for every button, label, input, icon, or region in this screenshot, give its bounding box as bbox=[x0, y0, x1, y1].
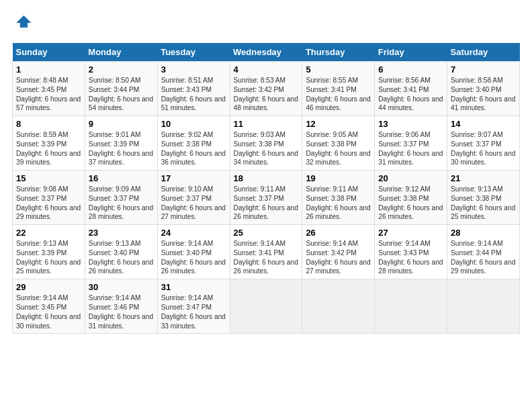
logo bbox=[12, 12, 35, 34]
calendar-cell bbox=[230, 279, 302, 334]
calendar-cell: 19 Sunrise: 9:11 AMSunset: 3:38 PMDaylig… bbox=[302, 171, 375, 225]
day-number: 17 bbox=[161, 173, 226, 183]
calendar-cell: 18 Sunrise: 9:11 AMSunset: 3:37 PMDaylig… bbox=[230, 171, 302, 225]
day-number: 21 bbox=[451, 173, 516, 183]
calendar-cell: 9 Sunrise: 9:01 AMSunset: 3:39 PMDayligh… bbox=[85, 116, 157, 171]
day-info: Sunrise: 8:58 AMSunset: 3:40 PMDaylight:… bbox=[451, 77, 515, 111]
day-info: Sunrise: 9:02 AMSunset: 3:38 PMDaylight:… bbox=[161, 131, 226, 166]
calendar-cell: 31 Sunrise: 9:14 AMSunset: 3:47 PMDaylig… bbox=[157, 279, 230, 334]
day-number: 6 bbox=[378, 64, 443, 75]
day-info: Sunrise: 9:14 AMSunset: 3:46 PMDaylight:… bbox=[89, 294, 153, 329]
day-info: Sunrise: 9:14 AMSunset: 3:40 PMDaylight:… bbox=[161, 240, 226, 275]
day-number: 8 bbox=[16, 119, 81, 129]
calendar-cell: 24 Sunrise: 9:14 AMSunset: 3:40 PMDaylig… bbox=[157, 225, 230, 279]
calendar-cell: 1 Sunrise: 8:48 AMSunset: 3:45 PMDayligh… bbox=[13, 62, 85, 116]
day-info: Sunrise: 9:11 AMSunset: 3:37 PMDaylight:… bbox=[234, 185, 298, 220]
day-info: Sunrise: 9:05 AMSunset: 3:38 PMDaylight:… bbox=[306, 131, 370, 166]
calendar-cell: 27 Sunrise: 9:14 AMSunset: 3:43 PMDaylig… bbox=[375, 225, 447, 279]
day-number: 13 bbox=[378, 119, 443, 129]
day-number: 24 bbox=[161, 228, 226, 238]
day-number: 31 bbox=[161, 282, 226, 292]
header bbox=[12, 12, 520, 34]
day-number: 11 bbox=[234, 119, 299, 129]
calendar-cell: 3 Sunrise: 8:51 AMSunset: 3:43 PMDayligh… bbox=[157, 62, 230, 116]
week-row-1: 1 Sunrise: 8:48 AMSunset: 3:45 PMDayligh… bbox=[13, 62, 520, 116]
day-info: Sunrise: 9:14 AMSunset: 3:42 PMDaylight:… bbox=[306, 240, 370, 275]
day-number: 15 bbox=[16, 173, 81, 183]
day-info: Sunrise: 9:03 AMSunset: 3:38 PMDaylight:… bbox=[234, 131, 298, 166]
day-number: 25 bbox=[234, 228, 299, 238]
header-day-tuesday: Tuesday bbox=[157, 43, 230, 62]
day-info: Sunrise: 8:53 AMSunset: 3:42 PMDaylight:… bbox=[234, 77, 298, 111]
day-number: 23 bbox=[89, 228, 154, 238]
day-info: Sunrise: 9:01 AMSunset: 3:39 PMDaylight:… bbox=[89, 131, 153, 166]
day-info: Sunrise: 9:06 AMSunset: 3:37 PMDaylight:… bbox=[378, 131, 443, 166]
calendar-cell: 10 Sunrise: 9:02 AMSunset: 3:38 PMDaylig… bbox=[157, 116, 230, 171]
day-info: Sunrise: 9:14 AMSunset: 3:41 PMDaylight:… bbox=[234, 240, 298, 275]
day-info: Sunrise: 9:13 AMSunset: 3:38 PMDaylight:… bbox=[451, 185, 515, 220]
calendar-cell: 30 Sunrise: 9:14 AMSunset: 3:46 PMDaylig… bbox=[85, 279, 157, 334]
calendar-cell bbox=[447, 279, 520, 334]
day-number: 20 bbox=[378, 173, 443, 183]
day-number: 16 bbox=[89, 173, 154, 183]
svg-marker-0 bbox=[16, 15, 31, 28]
calendar-cell: 25 Sunrise: 9:14 AMSunset: 3:41 PMDaylig… bbox=[230, 225, 302, 279]
calendar-cell bbox=[375, 279, 447, 334]
day-number: 10 bbox=[161, 119, 226, 129]
day-info: Sunrise: 9:14 AMSunset: 3:47 PMDaylight:… bbox=[161, 294, 226, 329]
day-number: 22 bbox=[16, 228, 81, 238]
day-info: Sunrise: 8:56 AMSunset: 3:41 PMDaylight:… bbox=[378, 77, 443, 111]
calendar-cell: 16 Sunrise: 9:09 AMSunset: 3:37 PMDaylig… bbox=[85, 171, 157, 225]
calendar-cell: 22 Sunrise: 9:13 AMSunset: 3:39 PMDaylig… bbox=[13, 225, 85, 279]
calendar-cell: 28 Sunrise: 9:14 AMSunset: 3:44 PMDaylig… bbox=[447, 225, 520, 279]
day-number: 1 bbox=[16, 64, 81, 75]
day-info: Sunrise: 9:13 AMSunset: 3:39 PMDaylight:… bbox=[16, 240, 81, 275]
calendar-cell: 21 Sunrise: 9:13 AMSunset: 3:38 PMDaylig… bbox=[447, 171, 520, 225]
calendar-cell: 11 Sunrise: 9:03 AMSunset: 3:38 PMDaylig… bbox=[230, 116, 302, 171]
day-info: Sunrise: 8:48 AMSunset: 3:45 PMDaylight:… bbox=[16, 77, 81, 111]
day-number: 12 bbox=[306, 119, 371, 129]
day-number: 18 bbox=[234, 173, 299, 183]
day-number: 9 bbox=[89, 119, 154, 129]
header-day-saturday: Saturday bbox=[447, 43, 520, 62]
day-info: Sunrise: 9:11 AMSunset: 3:38 PMDaylight:… bbox=[306, 185, 370, 220]
day-number: 2 bbox=[89, 64, 154, 75]
day-number: 19 bbox=[306, 173, 371, 183]
logo-icon bbox=[13, 12, 32, 31]
calendar-cell: 6 Sunrise: 8:56 AMSunset: 3:41 PMDayligh… bbox=[375, 62, 447, 116]
day-number: 28 bbox=[451, 228, 516, 238]
day-info: Sunrise: 9:07 AMSunset: 3:37 PMDaylight:… bbox=[451, 131, 515, 166]
calendar-cell: 12 Sunrise: 9:05 AMSunset: 3:38 PMDaylig… bbox=[302, 116, 375, 171]
day-number: 27 bbox=[378, 228, 443, 238]
calendar-table: SundayMondayTuesdayWednesdayThursdayFrid… bbox=[12, 43, 520, 334]
day-info: Sunrise: 9:13 AMSunset: 3:40 PMDaylight:… bbox=[89, 240, 153, 275]
day-number: 3 bbox=[161, 64, 226, 75]
day-number: 14 bbox=[451, 119, 516, 129]
day-info: Sunrise: 8:50 AMSunset: 3:44 PMDaylight:… bbox=[89, 77, 153, 111]
day-number: 30 bbox=[89, 282, 154, 292]
header-day-monday: Monday bbox=[85, 43, 157, 62]
day-info: Sunrise: 9:14 AMSunset: 3:44 PMDaylight:… bbox=[451, 240, 515, 275]
day-number: 26 bbox=[306, 228, 371, 238]
calendar-cell: 5 Sunrise: 8:55 AMSunset: 3:41 PMDayligh… bbox=[302, 62, 375, 116]
day-info: Sunrise: 9:09 AMSunset: 3:37 PMDaylight:… bbox=[89, 185, 153, 220]
day-info: Sunrise: 8:59 AMSunset: 3:39 PMDaylight:… bbox=[16, 131, 81, 166]
header-day-thursday: Thursday bbox=[302, 43, 375, 62]
calendar-cell: 13 Sunrise: 9:06 AMSunset: 3:37 PMDaylig… bbox=[375, 116, 447, 171]
week-row-3: 15 Sunrise: 9:08 AMSunset: 3:37 PMDaylig… bbox=[13, 171, 520, 225]
calendar-cell: 20 Sunrise: 9:12 AMSunset: 3:38 PMDaylig… bbox=[375, 171, 447, 225]
calendar-cell: 15 Sunrise: 9:08 AMSunset: 3:37 PMDaylig… bbox=[13, 171, 85, 225]
header-day-friday: Friday bbox=[375, 43, 447, 62]
day-number: 5 bbox=[306, 64, 371, 75]
calendar-cell: 29 Sunrise: 9:14 AMSunset: 3:45 PMDaylig… bbox=[13, 279, 85, 334]
day-info: Sunrise: 9:08 AMSunset: 3:37 PMDaylight:… bbox=[16, 185, 81, 220]
header-row: SundayMondayTuesdayWednesdayThursdayFrid… bbox=[13, 43, 520, 62]
calendar-cell: 26 Sunrise: 9:14 AMSunset: 3:42 PMDaylig… bbox=[302, 225, 375, 279]
day-info: Sunrise: 9:10 AMSunset: 3:37 PMDaylight:… bbox=[161, 185, 226, 220]
day-info: Sunrise: 9:12 AMSunset: 3:38 PMDaylight:… bbox=[378, 185, 443, 220]
calendar-cell: 17 Sunrise: 9:10 AMSunset: 3:37 PMDaylig… bbox=[157, 171, 230, 225]
calendar-cell: 14 Sunrise: 9:07 AMSunset: 3:37 PMDaylig… bbox=[447, 116, 520, 171]
calendar-cell: 4 Sunrise: 8:53 AMSunset: 3:42 PMDayligh… bbox=[230, 62, 302, 116]
day-info: Sunrise: 9:14 AMSunset: 3:43 PMDaylight:… bbox=[378, 240, 443, 275]
header-day-sunday: Sunday bbox=[13, 43, 85, 62]
